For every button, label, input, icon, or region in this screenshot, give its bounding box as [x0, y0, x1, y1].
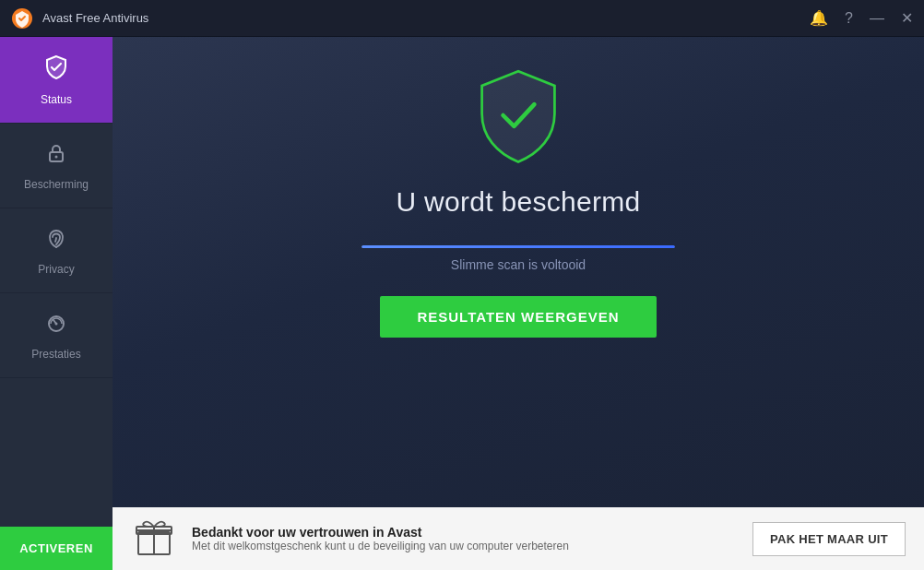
- sidebar-item-bescherming[interactable]: Bescherming: [0, 124, 113, 208]
- sidebar-label-prestaties: Prestaties: [31, 348, 80, 361]
- help-icon[interactable]: ?: [845, 10, 853, 27]
- fingerprint-icon: [43, 225, 69, 257]
- svg-point-4: [55, 323, 58, 326]
- banner-text: Bedankt voor uw vertrouwen in Avast Met …: [192, 525, 752, 552]
- sidebar-item-privacy[interactable]: Privacy: [0, 208, 113, 293]
- shield-check-icon: [42, 53, 70, 88]
- scan-bar-track: [361, 245, 675, 248]
- lock-icon: [43, 140, 69, 172]
- app-title: Avast Free Antivirus: [42, 11, 810, 25]
- scan-bar-container: [361, 245, 675, 248]
- sidebar-item-status[interactable]: Status: [0, 37, 113, 124]
- minimize-icon[interactable]: —: [870, 10, 884, 27]
- sidebar-label-privacy: Privacy: [38, 263, 74, 276]
- gift-icon: [131, 512, 177, 566]
- banner-title: Bedankt voor uw vertrouwen in Avast: [192, 525, 752, 540]
- sidebar-label-bescherming: Bescherming: [24, 178, 89, 191]
- protected-text: U wordt beschermd: [396, 186, 640, 218]
- scan-status-text: Slimme scan is voltooid: [451, 257, 586, 272]
- window-controls: 🔔 ? — ✕: [810, 9, 913, 27]
- bottom-banner: Bedankt voor uw vertrouwen in Avast Met …: [113, 507, 924, 570]
- results-button[interactable]: RESULTATEN WEERGEVEN: [380, 296, 656, 338]
- sidebar: Status Bescherming: [0, 37, 113, 570]
- speedometer-icon: [43, 310, 69, 342]
- title-bar: Avast Free Antivirus 🔔 ? — ✕: [0, 0, 924, 37]
- unbox-button[interactable]: PAK HET MAAR UIT: [752, 522, 906, 556]
- main-layout: Status Bescherming: [0, 37, 924, 570]
- notification-icon[interactable]: 🔔: [810, 9, 828, 27]
- shield-graphic: [468, 65, 569, 166]
- main-content: U wordt beschermd Slimme scan is voltooi…: [113, 37, 924, 570]
- app-logo: [11, 7, 33, 30]
- sidebar-label-status: Status: [41, 93, 72, 106]
- banner-subtitle: Met dit welkomstgeschenk kunt u de bevei…: [192, 540, 752, 552]
- svg-point-2: [55, 156, 58, 159]
- activate-button[interactable]: ACTIVEREN: [0, 527, 113, 570]
- shield-container: [468, 65, 569, 170]
- scan-bar-fill: [361, 245, 675, 248]
- sidebar-item-prestaties[interactable]: Prestaties: [0, 293, 113, 378]
- close-icon[interactable]: ✕: [901, 9, 913, 27]
